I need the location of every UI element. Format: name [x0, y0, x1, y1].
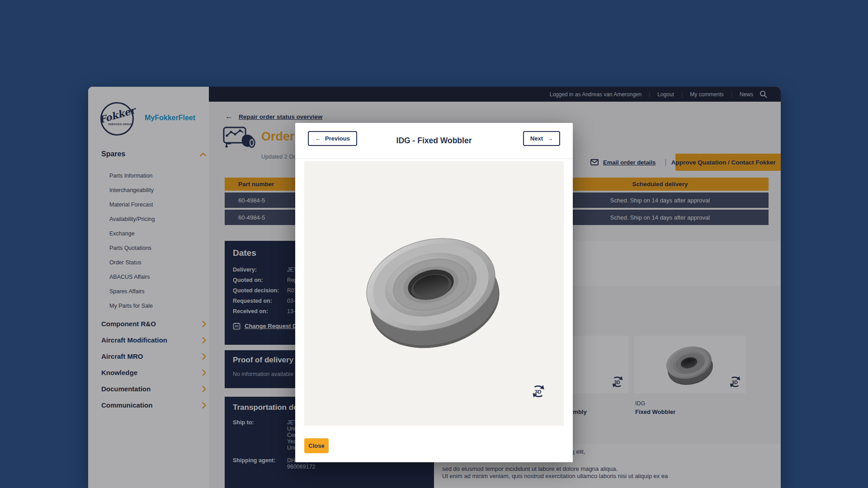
bearing-image — [358, 220, 507, 360]
next-button[interactable]: Next → — [523, 131, 560, 146]
part-image-viewport[interactable] — [304, 161, 564, 426]
modal-header: ← Previous IDG - Fixed Wobbler Next → — [295, 123, 573, 159]
arrow-right-icon: → — [547, 135, 553, 142]
close-button[interactable]: Close — [304, 438, 329, 453]
next-label: Next — [530, 135, 543, 142]
desktop: Fokker SERVICES GROUP MyFokkerFleet Spar… — [0, 0, 868, 488]
rotate-3d-icon[interactable] — [530, 384, 547, 401]
image-viewer-modal: ← Previous IDG - Fixed Wobbler Next → Cl… — [295, 123, 573, 462]
